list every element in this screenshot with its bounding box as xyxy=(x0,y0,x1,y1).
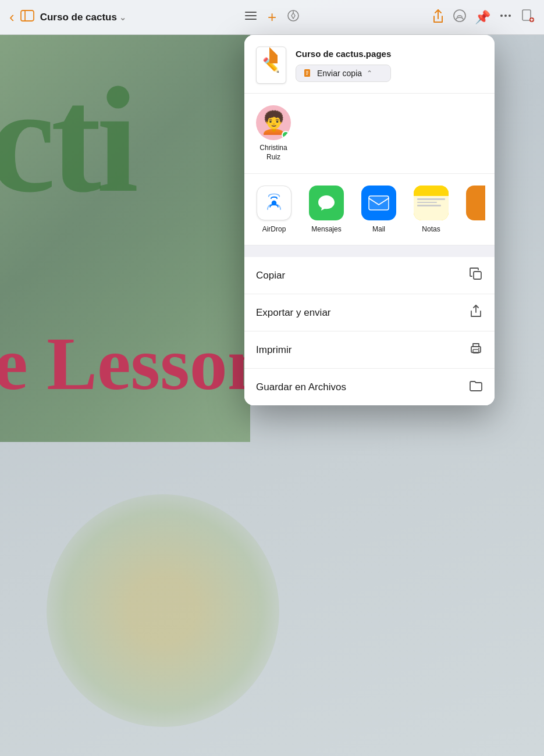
toolbar: ‹ Curso de cactus ⌄ + xyxy=(0,0,544,35)
pages-mini-icon xyxy=(303,69,312,78)
action-item-print[interactable]: Imprimir xyxy=(244,331,495,369)
action-item-save-files[interactable]: Guardar en Archivos xyxy=(244,369,495,405)
actions-section: Copiar Exportar y enviar Imprimir xyxy=(244,257,495,405)
copy-label: Copiar xyxy=(256,270,285,281)
title-chevron[interactable]: ⌄ xyxy=(119,13,126,22)
contact-avatar-christina: 🧑‍🦱 xyxy=(256,105,291,140)
toolbar-right: 📌 xyxy=(304,9,535,26)
file-name: Curso de cactus.pages xyxy=(296,49,391,59)
contacts-row: 🧑‍🦱 ChristinaRuiz xyxy=(244,94,495,174)
app-item-partial[interactable] xyxy=(463,186,485,233)
mail-icon xyxy=(361,186,396,220)
share-header: ✏️ Curso de cactus.pages Enviar copia ⌃ xyxy=(244,35,495,94)
notes-body xyxy=(414,196,449,220)
notes-line2 xyxy=(417,202,437,204)
send-copy-chevron: ⌃ xyxy=(367,69,372,77)
svg-rect-20 xyxy=(369,196,389,210)
messages-label: Mensajes xyxy=(311,225,341,233)
print-label: Imprimir xyxy=(256,344,291,356)
app-item-airdrop[interactable]: AirDrop xyxy=(254,186,294,233)
airdrop-icon xyxy=(257,186,291,220)
add-icon[interactable]: + xyxy=(268,8,276,26)
file-icon: ✏️ xyxy=(256,47,286,84)
svg-point-25 xyxy=(478,348,479,349)
svg-rect-22 xyxy=(474,272,481,279)
pin-icon[interactable]: 📌 xyxy=(475,10,490,25)
action-item-copy[interactable]: Copiar xyxy=(244,257,495,294)
contact-item-christina[interactable]: 🧑‍🦱 ChristinaRuiz xyxy=(256,105,291,162)
export-icon xyxy=(469,304,483,321)
airdrop-icon-visual xyxy=(257,186,291,220)
svg-point-9 xyxy=(504,15,507,17)
share-sheet: ✏️ Curso de cactus.pages Enviar copia ⌃ … xyxy=(244,35,495,405)
toolbar-title-container: Curso de cactus ⌄ xyxy=(40,12,126,23)
back-button[interactable]: ‹ xyxy=(9,8,15,26)
airdrop-waves-svg xyxy=(264,193,284,213)
partial-app-icon xyxy=(466,186,485,220)
save-files-label: Guardar en Archivos xyxy=(256,381,346,393)
svg-rect-11 xyxy=(522,10,531,20)
folder-icon xyxy=(469,379,483,395)
share-icon[interactable] xyxy=(432,9,445,26)
contact-emoji: 🧑‍🦱 xyxy=(260,112,287,134)
section-separator xyxy=(244,245,495,251)
collab-icon[interactable] xyxy=(453,9,467,26)
svg-point-10 xyxy=(509,15,511,17)
apps-section: AirDrop Mensajes xyxy=(244,174,495,245)
notes-top xyxy=(414,186,449,196)
notes-line3 xyxy=(417,205,441,206)
file-info: Curso de cactus.pages Enviar copia ⌃ xyxy=(296,49,391,82)
svg-rect-0 xyxy=(21,10,34,21)
messages-bubble-svg xyxy=(316,192,337,213)
notes-icon xyxy=(414,186,449,220)
export-label: Exportar y enviar xyxy=(256,307,331,319)
send-copy-label: Enviar copia xyxy=(317,69,362,78)
svg-point-8 xyxy=(500,15,503,17)
brush-icon[interactable] xyxy=(287,9,300,25)
toolbar-left: ‹ Curso de cactus ⌄ xyxy=(9,8,240,26)
more-icon[interactable] xyxy=(499,9,513,26)
app-item-mail[interactable]: Mail xyxy=(358,186,399,233)
online-status-dot xyxy=(282,131,290,139)
contact-name-christina: ChristinaRuiz xyxy=(259,144,287,162)
action-item-export[interactable]: Exportar y enviar xyxy=(244,294,495,331)
notes-line1 xyxy=(417,198,445,200)
document-title: Curso de cactus xyxy=(40,12,117,23)
cactus-bg-text: cti xyxy=(0,76,134,204)
doc-settings-icon[interactable] xyxy=(521,9,535,26)
pages-pen-icon: ✏️ xyxy=(262,57,280,73)
print-icon xyxy=(469,341,483,358)
mail-label: Mail xyxy=(372,225,385,233)
apps-row: AirDrop Mensajes xyxy=(254,186,485,233)
notes-label: Notas xyxy=(422,225,440,233)
lesson-bg-text: e Lesson xyxy=(0,320,269,407)
copy-icon xyxy=(469,267,483,284)
send-copy-button[interactable]: Enviar copia ⌃ xyxy=(296,65,391,82)
app-item-notes[interactable]: Notas xyxy=(411,186,451,233)
app-item-messages[interactable]: Mensajes xyxy=(306,186,347,233)
mail-envelope-svg xyxy=(368,195,390,211)
messages-icon xyxy=(309,186,344,220)
list-icon[interactable] xyxy=(244,10,257,24)
notes-lines xyxy=(417,198,445,206)
sidebar-icon[interactable] xyxy=(20,10,34,24)
airdrop-label: AirDrop xyxy=(262,225,286,233)
flower-decoration xyxy=(47,494,279,727)
toolbar-center: + xyxy=(244,8,300,26)
